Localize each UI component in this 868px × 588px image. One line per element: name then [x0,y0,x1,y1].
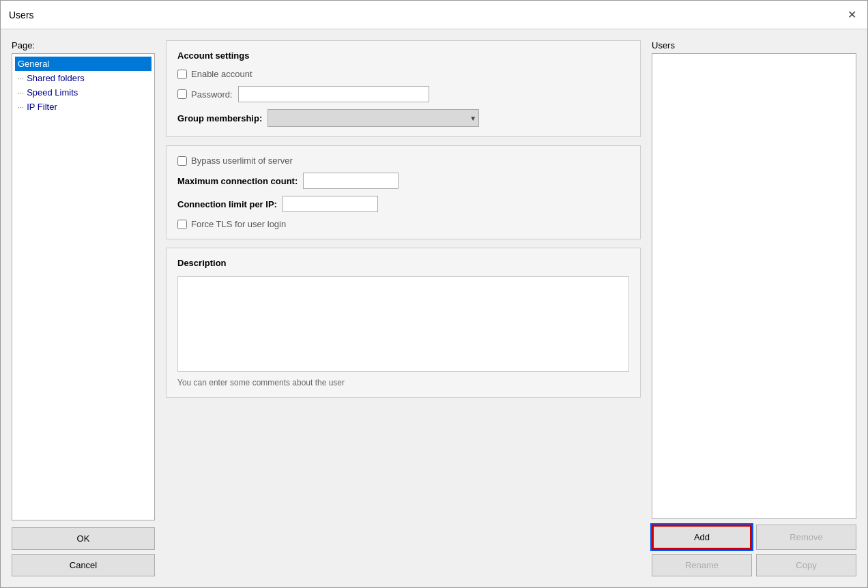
close-button[interactable]: ✕ [844,8,859,23]
password-checkbox[interactable] [177,89,187,99]
group-membership-select[interactable]: <none> Admins Users [267,109,479,127]
tree-dot-icon: ··· [18,74,24,83]
connection-limit-input[interactable] [283,196,378,212]
bypass-row: Bypass userlimit of server [177,156,629,166]
copy-button: Copy [756,554,856,576]
tree-item-label: IP Filter [27,102,57,112]
group-membership-select-wrapper: <none> Admins Users ▼ [267,109,479,127]
description-section: Description You can enter some comments … [166,248,641,398]
users-buttons: Add Remove Rename Copy [652,525,856,576]
description-hint: You can enter some comments about the us… [177,378,629,387]
tree-item-label: Speed Limits [27,87,78,98]
description-textarea[interactable] [177,276,629,372]
force-tls-row: Force TLS for user login [177,219,629,229]
account-settings-title: Account settings [177,50,629,61]
password-row: Password: [177,86,629,102]
tree-item-speed-limits[interactable]: ···Speed Limits [15,85,151,100]
max-connection-row: Maximum connection count: [177,173,629,189]
connection-settings-section: Bypass userlimit of server Maximum conne… [166,145,641,239]
left-panel: Page: General···Shared folders···Speed L… [12,40,155,576]
account-settings-section: Account settings Enable account Password… [166,40,641,137]
remove-button: Remove [756,525,856,550]
bypass-checkbox[interactable] [177,156,187,166]
ok-button[interactable]: OK [12,527,155,550]
connection-limit-row: Connection limit per IP: [177,196,629,212]
force-tls-label: Force TLS for user login [191,219,286,229]
rename-button: Rename [652,554,752,576]
group-membership-row: Group membership: <none> Admins Users ▼ [177,109,629,127]
password-checkbox-wrapper: Password: [177,89,233,100]
title-bar: Users ✕ [1,1,867,29]
tree-item-ip-filter[interactable]: ···IP Filter [15,100,151,114]
connection-limit-label: Connection limit per IP: [177,199,277,209]
add-button[interactable]: Add [652,525,752,550]
description-title: Description [177,258,629,268]
tree-dot-icon: ··· [18,89,24,97]
enable-account-checkbox[interactable] [177,70,187,79]
enable-account-label: Enable account [191,69,252,79]
dialog-title: Users [9,10,34,20]
nav-tree: General···Shared folders···Speed Limits·… [12,53,155,520]
tree-item-label: Shared folders [27,73,85,83]
center-panel: Account settings Enable account Password… [166,40,641,576]
max-connection-input[interactable] [303,173,399,189]
password-label: Password: [191,89,233,100]
password-input[interactable] [238,86,429,102]
users-listbox[interactable] [652,53,856,519]
bypass-checkbox-wrapper: Bypass userlimit of server [177,156,293,166]
group-membership-label: Group membership: [177,113,262,123]
enable-account-wrapper: Enable account [177,69,252,79]
max-connection-label: Maximum connection count: [177,176,298,186]
right-panel: Users Add Remove Rename Copy [652,40,856,576]
cancel-button[interactable]: Cancel [12,554,155,576]
tree-item-shared-folders[interactable]: ···Shared folders [15,71,151,85]
force-tls-checkbox[interactable] [177,220,187,229]
dialog-body: Page: General···Shared folders···Speed L… [1,29,867,587]
tree-item-general[interactable]: General [15,57,151,71]
bottom-buttons: OK Cancel [12,527,155,576]
bypass-label: Bypass userlimit of server [191,156,293,166]
tree-item-label: General [18,59,49,69]
tree-dot-icon: ··· [18,103,24,111]
users-dialog: Users ✕ Page: General···Shared folders··… [0,0,868,588]
users-panel-label: Users [652,40,856,50]
force-tls-wrapper: Force TLS for user login [177,219,286,229]
page-label: Page: [12,40,155,50]
enable-account-row: Enable account [177,69,629,79]
